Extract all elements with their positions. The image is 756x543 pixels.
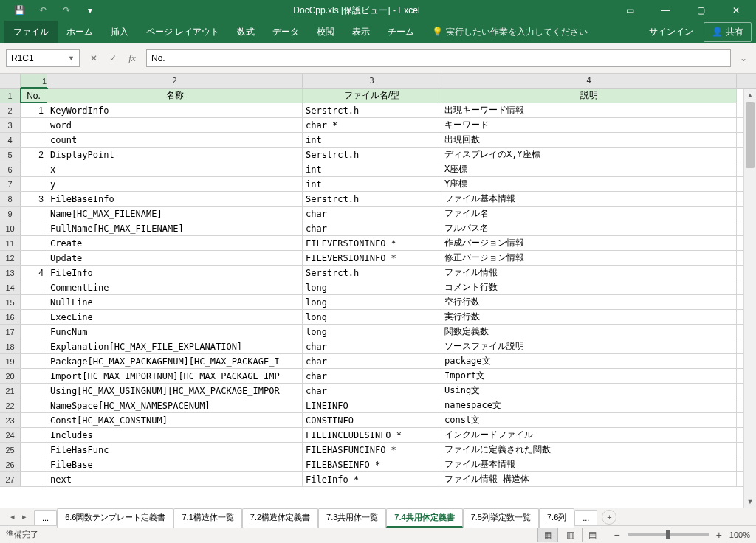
name-box[interactable]: R1C1 ▼ — [6, 49, 80, 67]
cell-desc[interactable]: Using文 — [441, 384, 737, 398]
row-header[interactable]: 9 — [0, 207, 21, 221]
row-header[interactable]: 7 — [0, 177, 21, 191]
cell-name[interactable]: FileInfo — [47, 266, 303, 280]
cell-name[interactable]: CommentLine — [47, 280, 303, 294]
cell-name[interactable]: Explanation[HC_MAX_FILE_EXPLANATION] — [47, 339, 303, 353]
sheet-tab[interactable]: 7.2構造体定義書 — [242, 508, 318, 528]
spreadsheet-grid[interactable]: 1 2 3 4 1 No. 名称 ファイル名/型 説明 21KeyWordInf… — [0, 74, 756, 508]
tab-home[interactable]: ホーム — [58, 21, 102, 43]
row-header[interactable]: 14 — [0, 280, 21, 294]
cell-desc[interactable]: 空行行数 — [441, 295, 737, 309]
cell-desc[interactable]: namespace文 — [441, 398, 737, 412]
col-header-2[interactable]: 2 — [47, 74, 303, 88]
cell-name[interactable]: Create — [47, 236, 303, 250]
row-header[interactable]: 19 — [0, 354, 21, 368]
cell-no[interactable] — [21, 354, 47, 368]
row-header[interactable]: 27 — [0, 472, 21, 486]
save-icon[interactable]: 💾 — [9, 1, 30, 19]
sheet-tab[interactable]: 7.6列 — [539, 508, 574, 528]
cell-desc[interactable]: キーワード — [441, 118, 737, 132]
cell-desc[interactable]: 作成バージョン情報 — [441, 236, 737, 250]
cell-desc[interactable]: ファイル情報 構造体 — [441, 472, 737, 486]
cell-type[interactable]: FILEBASEINFO * — [303, 457, 441, 471]
qat-customize-icon[interactable]: ▾ — [80, 1, 100, 19]
row-header-1[interactable]: 1 — [0, 89, 21, 103]
row-header[interactable]: 16 — [0, 310, 21, 324]
close-button[interactable]: ✕ — [719, 0, 753, 21]
cell-desc[interactable]: Y座標 — [441, 177, 737, 191]
row-header[interactable]: 18 — [0, 339, 21, 353]
cell-type[interactable]: Serstrct.h — [303, 103, 441, 117]
signin-button[interactable]: サインイン — [639, 26, 704, 38]
cell-desc[interactable]: Import文 — [441, 369, 737, 383]
cell-no[interactable] — [21, 369, 47, 383]
row-header[interactable]: 20 — [0, 369, 21, 383]
cell-desc[interactable]: フルパス名 — [441, 221, 737, 235]
cell-no[interactable] — [21, 325, 47, 339]
cell-name[interactable]: NullLine — [47, 295, 303, 309]
cell-type[interactable]: long — [303, 295, 441, 309]
header-cell-file-type[interactable]: ファイル名/型 — [303, 89, 441, 103]
redo-icon[interactable]: ↷ — [56, 1, 77, 19]
zoom-slider-thumb[interactable] — [666, 530, 670, 539]
tab-nav-prev-icon[interactable]: ▸ — [19, 512, 30, 522]
cell-type[interactable]: long — [303, 325, 441, 339]
cell-type[interactable]: int — [303, 162, 441, 176]
undo-icon[interactable]: ↶ — [32, 1, 53, 19]
cell-type[interactable]: Serstrct.h — [303, 148, 441, 162]
cell-type[interactable]: long — [303, 310, 441, 324]
tab-formulas[interactable]: 数式 — [228, 21, 264, 43]
cell-no[interactable] — [21, 472, 47, 486]
row-header[interactable]: 6 — [0, 162, 21, 176]
cell-type[interactable]: char — [303, 369, 441, 383]
cell-name[interactable]: Update — [47, 251, 303, 265]
cell-no[interactable] — [21, 118, 47, 132]
zoom-out-button[interactable]: − — [611, 529, 622, 541]
cell-no[interactable] — [21, 251, 47, 265]
cell-desc[interactable]: 関数定義数 — [441, 325, 737, 339]
cell-desc[interactable]: const文 — [441, 413, 737, 427]
tab-team[interactable]: チーム — [379, 21, 423, 43]
cell-desc[interactable]: package文 — [441, 354, 737, 368]
maximize-button[interactable]: ▢ — [684, 0, 718, 21]
sheet-tab[interactable]: 6.6関数テンプレート定義書 — [57, 508, 173, 528]
cell-no[interactable] — [21, 280, 47, 294]
select-all-corner[interactable] — [0, 74, 21, 88]
row-header[interactable]: 12 — [0, 251, 21, 265]
tab-data[interactable]: データ — [264, 21, 308, 43]
cancel-formula-icon[interactable]: ✕ — [86, 50, 102, 66]
tab-view[interactable]: 表示 — [343, 21, 379, 43]
tab-page-layout[interactable]: ページ レイアウト — [137, 21, 228, 43]
row-header[interactable]: 8 — [0, 192, 21, 206]
cell-type[interactable]: CONSTINFO — [303, 413, 441, 427]
cell-name[interactable]: y — [47, 177, 303, 191]
cell-desc[interactable]: ファイル名 — [441, 207, 737, 221]
tell-me[interactable]: 💡 実行したい作業を入力してください — [423, 26, 597, 38]
cell-no[interactable] — [21, 295, 47, 309]
vertical-scrollbar[interactable]: ▲ ▼ — [743, 89, 756, 508]
tab-review[interactable]: 校閲 — [308, 21, 343, 43]
cell-name[interactable]: FileBaseInfo — [47, 192, 303, 206]
cell-name[interactable]: Import[HC_MAX_IMPORTNUM][HC_MAX_PACKAGE_… — [47, 369, 303, 383]
cell-type[interactable]: char — [303, 384, 441, 398]
cell-type[interactable]: int — [303, 177, 441, 191]
header-cell-desc[interactable]: 説明 — [441, 89, 737, 103]
cell-desc[interactable]: ファイル基本情報 — [441, 457, 737, 471]
row-header[interactable]: 11 — [0, 236, 21, 250]
cell-name[interactable]: KeyWordInfo — [47, 103, 303, 117]
tab-file[interactable]: ファイル — [4, 21, 58, 43]
new-sheet-button[interactable]: + — [602, 510, 616, 525]
cell-type[interactable]: FILEINCLUDESINFO * — [303, 428, 441, 442]
col-header-4[interactable]: 4 — [441, 74, 737, 88]
cell-desc[interactable]: 実行行数 — [441, 310, 737, 324]
cell-no[interactable]: 2 — [21, 148, 47, 162]
zoom-percent[interactable]: 100% — [729, 530, 750, 539]
cell-type[interactable]: int — [303, 133, 441, 147]
cell-no[interactable] — [21, 428, 47, 442]
cell-name[interactable]: FileHasFunc — [47, 443, 303, 457]
cell-type[interactable]: Serstrct.h — [303, 266, 441, 280]
cell-name[interactable]: ExecLine — [47, 310, 303, 324]
cell-name[interactable]: Package[HC_MAX_PACKAGENUM][HC_MAX_PACKAG… — [47, 354, 303, 368]
cell-desc[interactable]: 出現キーワード情報 — [441, 103, 737, 117]
cell-name[interactable]: FuncNum — [47, 325, 303, 339]
